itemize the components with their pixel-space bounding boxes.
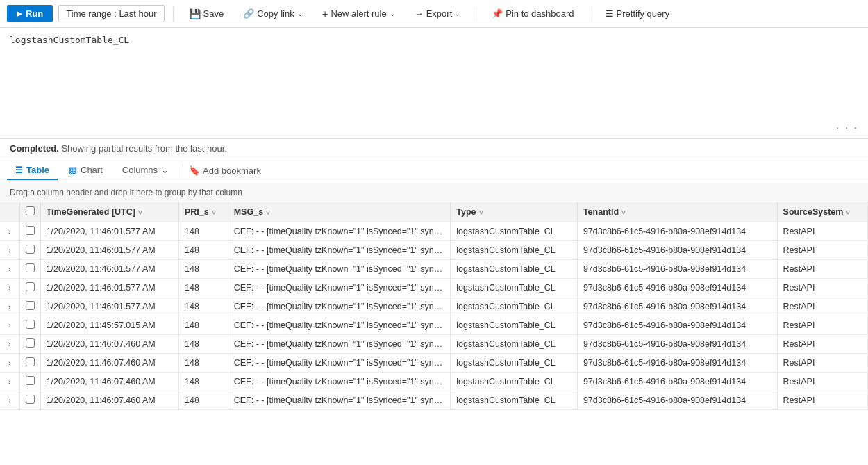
cell-pri: 148 [179,297,228,316]
row-checkbox[interactable] [26,226,35,235]
checkbox-cell[interactable] [19,260,40,279]
cell-time: 1/20/2020, 11:46:07.460 AM [40,335,178,354]
checkbox-cell[interactable] [19,354,40,373]
row-checkbox[interactable] [26,338,35,348]
expand-cell[interactable]: › [0,241,19,260]
filter-time-icon[interactable]: ▿ [138,208,142,217]
expand-cell[interactable]: › [0,260,19,279]
cell-type: logstashCustomTable_CL [451,354,578,373]
row-checkbox[interactable] [26,357,35,366]
checkbox-cell[interactable] [19,373,40,391]
cell-msg: CEF: - - [timeQuality tzKnown="1" isSync… [228,391,451,410]
checkbox-cell[interactable] [19,335,40,354]
expand-row-button[interactable]: › [6,301,14,312]
expand-row-button[interactable]: › [6,338,14,350]
save-icon: 💾 [189,8,201,19]
row-checkbox[interactable] [26,395,35,404]
th-type[interactable]: Type ▿ [451,202,578,222]
th-checkbox[interactable] [19,202,40,222]
checkbox-cell[interactable] [19,391,40,410]
filter-tenant-icon[interactable]: ▿ [621,208,626,217]
cell-pri: 148 [179,279,228,297]
select-all-checkbox[interactable] [26,206,35,215]
time-range-button[interactable]: Time range : Last hour [58,5,164,22]
plus-icon: + [322,8,328,19]
expand-cell[interactable]: › [0,391,19,410]
checkbox-cell[interactable] [19,297,40,316]
cell-type: logstashCustomTable_CL [451,241,578,260]
cell-pri: 148 [179,222,228,241]
th-time-generated[interactable]: TimeGenerated [UTC] ▿ [40,202,178,222]
expand-cell[interactable]: › [0,222,19,241]
cell-source: RestAPI [777,354,867,373]
new-alert-rule-button[interactable]: + New alert rule ⌄ [315,5,402,22]
cell-time: 1/20/2020, 11:46:01.577 AM [40,279,178,297]
query-editor[interactable]: logstashCustomTable_CL · · · [0,28,868,139]
filter-pri-icon[interactable]: ▿ [212,208,216,217]
query-text: logstashCustomTable_CL [10,35,129,45]
checkbox-cell[interactable] [19,241,40,260]
cell-msg: CEF: - - [timeQuality tzKnown="1" isSync… [228,373,451,391]
data-table-wrapper[interactable]: TimeGenerated [UTC] ▿ PRI_s ▿ MSG_s ▿ [0,202,868,410]
expand-row-button[interactable]: › [6,376,14,387]
row-checkbox[interactable] [26,301,35,310]
expand-cell[interactable]: › [0,373,19,391]
tab-chart[interactable]: ▩ Chart [60,161,111,180]
th-pri-s[interactable]: PRI_s ▿ [179,202,228,222]
cell-msg: CEF: - - [timeQuality tzKnown="1" isSync… [228,316,451,335]
expand-cell[interactable]: › [0,335,19,354]
run-button[interactable]: ▶ Run [7,5,53,22]
cell-source: RestAPI [777,260,867,279]
prettify-query-button[interactable]: ☰ Prettify query [599,6,677,22]
row-checkbox[interactable] [26,320,35,329]
th-tenant-id[interactable]: TenantId ▿ [577,202,777,222]
expand-row-button[interactable]: › [6,395,14,406]
expand-row-button[interactable]: › [6,263,14,275]
time-range-label: Time range : Last hour [66,8,156,19]
expand-cell[interactable]: › [0,279,19,297]
cell-pri: 148 [179,391,228,410]
save-button[interactable]: 💾 Save [182,6,231,22]
cell-pri: 148 [179,241,228,260]
cell-time: 1/20/2020, 11:46:01.577 AM [40,260,178,279]
table-row: › 1/20/2020, 11:46:07.460 AM 148 CEF: - … [0,391,868,410]
tab-columns[interactable]: Columns ⌄ [114,161,177,180]
expand-cell[interactable]: › [0,316,19,335]
expand-row-button[interactable]: › [6,245,14,256]
expand-row-button[interactable]: › [6,357,14,368]
cell-msg: CEF: - - [timeQuality tzKnown="1" isSync… [228,354,451,373]
row-checkbox[interactable] [26,376,35,385]
row-checkbox[interactable] [26,263,35,272]
expand-cell[interactable]: › [0,354,19,373]
filter-type-icon[interactable]: ▿ [479,208,483,217]
expand-row-button[interactable]: › [6,282,14,293]
table-row: › 1/20/2020, 11:46:01.577 AM 148 CEF: - … [0,279,868,297]
table-row: › 1/20/2020, 11:46:01.577 AM 148 CEF: - … [0,297,868,316]
expand-cell[interactable]: › [0,297,19,316]
expand-row-button[interactable]: › [6,320,14,331]
copy-link-button[interactable]: 🔗 Copy link ⌄ [236,6,309,22]
toolbar-separator-1 [173,6,174,22]
pin-to-dashboard-button[interactable]: 📌 Pin to dashboard [485,6,581,22]
cell-type: logstashCustomTable_CL [451,335,578,354]
th-type-label: Type [456,207,476,217]
th-source-system[interactable]: SourceSystem ▿ [777,202,867,222]
expand-row-button[interactable]: › [6,226,14,237]
add-bookmark-button[interactable]: 🔖 Add bookmark [189,165,261,176]
checkbox-cell[interactable] [19,279,40,297]
th-msg-s[interactable]: MSG_s ▿ [228,202,451,222]
checkbox-cell[interactable] [19,222,40,241]
chart-tab-label: Chart [81,165,103,175]
bookmark-icon: 🔖 [189,165,200,176]
table-header: TimeGenerated [UTC] ▿ PRI_s ▿ MSG_s ▿ [0,202,868,222]
table-row: › 1/20/2020, 11:45:57.015 AM 148 CEF: - … [0,316,868,335]
row-checkbox[interactable] [26,245,35,254]
tab-table[interactable]: ☰ Table [7,161,58,180]
checkbox-cell[interactable] [19,316,40,335]
th-time-generated-label: TimeGenerated [UTC] [47,207,135,217]
table-row: › 1/20/2020, 11:46:01.577 AM 148 CEF: - … [0,260,868,279]
filter-source-icon[interactable]: ▿ [846,208,850,217]
export-button[interactable]: → Export ⌄ [408,6,468,22]
row-checkbox[interactable] [26,282,35,291]
filter-msg-icon[interactable]: ▿ [266,208,270,217]
